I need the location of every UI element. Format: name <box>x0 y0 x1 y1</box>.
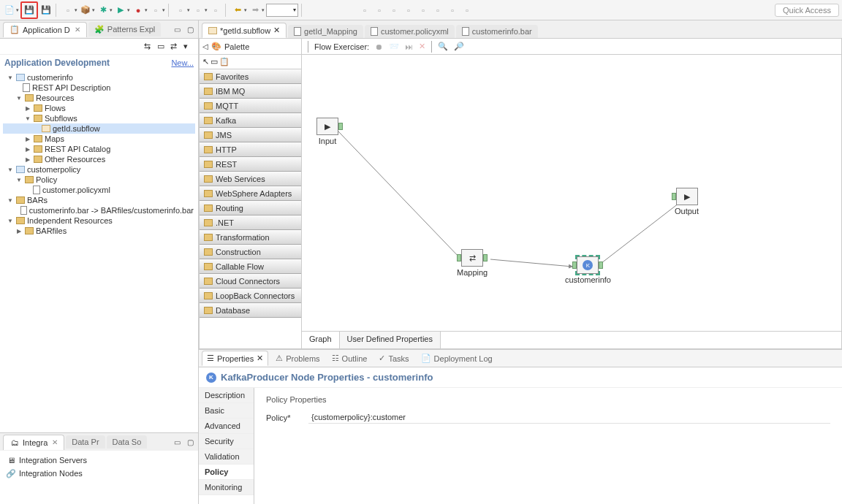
layout-icon[interactable]: ▫ <box>373 4 386 17</box>
dropdown-arrow-icon[interactable]: ▾ <box>187 7 190 13</box>
tree-item-policy[interactable]: ▼Policy <box>3 175 195 185</box>
dropdown-arrow-icon[interactable]: ▾ <box>75 7 77 13</box>
tab-deploylog[interactable]: 📄Deployment Log <box>417 351 497 365</box>
tree-item-flows[interactable]: ▶Flows <box>3 103 195 113</box>
tool-icon[interactable]: ▫ <box>61 4 75 17</box>
palette-drawer[interactable]: WebSphere Adapters <box>200 186 301 201</box>
back-icon[interactable]: ⬅ <box>231 4 244 17</box>
tree-item-maps[interactable]: ▶Maps <box>3 134 195 144</box>
dropdown-arrow-icon[interactable]: ▾ <box>127 7 130 13</box>
dropdown-arrow-icon[interactable]: ▾ <box>244 7 247 13</box>
tree-item-customer-policyxml[interactable]: customer.policyxml <box>3 185 195 195</box>
dropdown-arrow-icon[interactable]: ▾ <box>162 7 165 13</box>
note-tool-icon[interactable]: 📋 <box>219 57 230 66</box>
collapse-icon[interactable]: ⇆ <box>144 42 154 52</box>
palette-drawer[interactable]: Transformation <box>200 230 301 245</box>
palette-drawer[interactable]: Cloud Connectors <box>200 274 301 289</box>
layout-icon[interactable]: ▫ <box>417 4 430 17</box>
dropdown-arrow-icon[interactable]: ▾ <box>205 7 208 13</box>
layout-icon[interactable]: ▫ <box>402 4 415 17</box>
editor-tab-customerinfo-bar[interactable]: customerinfo.bar <box>456 25 538 38</box>
palette-drawer[interactable]: Web Services <box>200 172 301 186</box>
palette-back-icon[interactable]: ◁ <box>202 42 208 50</box>
tab-integra[interactable]: 🗂Integra✕ <box>3 435 64 450</box>
props-nav-item[interactable]: Basic <box>199 403 254 419</box>
props-nav-item[interactable]: Security <box>199 434 254 449</box>
dropdown-arrow-icon[interactable]: ▾ <box>110 7 113 13</box>
send-icon[interactable]: 📨 <box>389 42 399 51</box>
tree-item-customerinfo[interactable]: ▼customerinfo <box>3 72 195 83</box>
palette-drawer[interactable]: JMS <box>200 128 301 142</box>
new-icon[interactable]: 📄 <box>3 4 16 17</box>
flow-node-input[interactable]: ▶ Input <box>316 118 338 145</box>
integration-nodes-item[interactable]: 🔗Integration Nodes <box>4 467 194 480</box>
tree-item-resources[interactable]: ▼Resources <box>3 93 195 103</box>
tree-item-subflows[interactable]: ▼Subflows <box>3 113 195 123</box>
tool-icon[interactable]: ▫ <box>209 4 222 17</box>
tree-item-barfiles[interactable]: ▶BARfiles <box>3 226 195 236</box>
tab-application-dev[interactable]: 📋 Application D ✕ <box>3 22 87 37</box>
stop-icon[interactable]: ✕ <box>419 42 425 51</box>
tab-tasks[interactable]: ✓Tasks <box>374 351 413 365</box>
step-icon[interactable]: ⏭ <box>405 42 413 51</box>
palette-drawer[interactable]: Database <box>200 303 301 318</box>
tab-outline[interactable]: ☷Outline <box>327 351 372 365</box>
save-icon[interactable]: 💾 <box>23 4 36 17</box>
palette-drawer[interactable]: Callable Flow <box>200 259 301 274</box>
close-icon[interactable]: ✕ <box>52 438 58 446</box>
maximize-icon[interactable]: ▢ <box>185 437 195 447</box>
palette-drawer[interactable]: LoopBack Connectors <box>200 289 301 303</box>
dropdown-arrow-icon[interactable]: ▾ <box>92 7 95 13</box>
forward-icon[interactable]: ➡ <box>249 4 262 17</box>
close-icon[interactable]: ✕ <box>75 26 80 34</box>
close-icon[interactable]: ✕ <box>257 354 263 363</box>
editor-tab-customer-policyxml[interactable]: customer.policyxml <box>365 25 455 38</box>
palette-drawer[interactable]: Kafka <box>200 113 301 128</box>
tab-patterns-expl[interactable]: 🧩 Patterns Expl <box>88 22 161 37</box>
tree-item-customerinfo-bar[interactable]: customerinfo.bar -> BARfiles/customerinf… <box>3 205 195 215</box>
tab-properties[interactable]: ☰Properties✕ <box>202 351 268 366</box>
layout-icon[interactable]: ▫ <box>387 4 401 17</box>
tool-icon[interactable]: ▫ <box>149 4 162 17</box>
zoom-in-icon[interactable]: 🔍 <box>438 42 448 51</box>
editor-tab-getid-mapping[interactable]: getId_Mapping <box>288 25 363 38</box>
integration-servers-item[interactable]: 🖥Integration Servers <box>4 454 194 467</box>
tree-item-other-resources[interactable]: ▶Other Resources <box>3 154 195 164</box>
props-nav-item[interactable]: Validation <box>199 449 254 465</box>
props-nav-item[interactable]: Advanced <box>199 419 254 434</box>
flow-node-customerinfo[interactable]: K customerinfo <box>565 256 611 284</box>
run-icon[interactable]: ▶ <box>114 4 127 17</box>
tab-problems[interactable]: ⚠Problems <box>271 351 324 365</box>
palette-drawer[interactable]: Routing <box>200 201 301 215</box>
minimize-icon[interactable]: ▭ <box>172 437 182 447</box>
flow-canvas[interactable]: ▶ Input ⇄ Mapping K customerinfo ▶ Outpu… <box>302 55 841 331</box>
props-nav-item[interactable]: Monitoring <box>199 480 254 495</box>
new-link[interactable]: New... <box>171 58 194 67</box>
tree-item-restapi-catalog[interactable]: ▶REST API Catalog <box>3 144 195 154</box>
layout-icon[interactable]: ▫ <box>431 4 444 17</box>
editor-tab-getid-subflow[interactable]: *getId.subflow✕ <box>202 23 287 38</box>
minimize-icon[interactable]: ▭ <box>172 24 182 34</box>
dropdown-arrow-icon[interactable]: ▾ <box>262 7 265 13</box>
flow-node-output[interactable]: ▶ Output <box>675 188 699 215</box>
layout-icon[interactable]: ▫ <box>446 4 459 17</box>
quick-access-button[interactable]: Quick Access <box>775 4 839 17</box>
menu-icon[interactable]: ▾ <box>183 42 194 52</box>
debug-icon[interactable]: ✱ <box>96 4 110 17</box>
tool-icon[interactable]: ▫ <box>191 4 205 17</box>
palette-drawer[interactable]: Favorites <box>200 69 301 84</box>
tree-item-independent[interactable]: ▼Independent Resources <box>3 215 195 226</box>
zoom-combo[interactable]: ▾ <box>266 4 298 17</box>
package-icon[interactable]: 📦 <box>79 4 92 17</box>
record-icon[interactable]: ⏺ <box>375 42 383 51</box>
close-icon[interactable]: ✕ <box>273 26 280 35</box>
tab-dataso[interactable]: Data So <box>107 435 148 448</box>
palette-drawer[interactable]: Construction <box>200 245 301 259</box>
tree-item-restapi-desc[interactable]: REST API Description <box>3 83 195 93</box>
palette-drawer[interactable]: REST <box>200 157 301 172</box>
tree-item-getid-subflow[interactable]: getId.subflow <box>3 123 195 134</box>
filter-icon[interactable]: ▭ <box>157 42 167 52</box>
policy-value-field[interactable]: {customerpolicy}:customer <box>308 411 830 424</box>
flow-node-mapping[interactable]: ⇄ Mapping <box>457 249 488 277</box>
palette-drawer[interactable]: .NET <box>200 215 301 230</box>
